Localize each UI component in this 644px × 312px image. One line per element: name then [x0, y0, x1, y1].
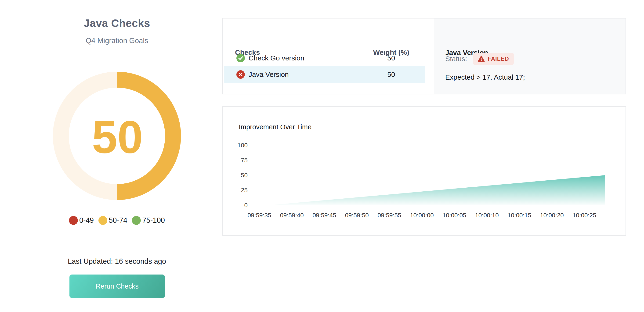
- legend-item-mid: 50-74: [98, 216, 127, 225]
- detail-message: Expected > 17. Actual 17;: [445, 73, 525, 81]
- x-tick: 10:00:00: [410, 212, 434, 219]
- last-updated-text: Last Updated: 16 seconds ago: [0, 257, 234, 266]
- green-dot-icon: [132, 216, 141, 225]
- table-row-java-version[interactable]: Java Version 50: [224, 66, 425, 83]
- legend-label: 75-100: [142, 216, 165, 225]
- check-detail-panel: Java Version Status: FAILED Expected > 1…: [434, 19, 626, 94]
- y-tick: 0: [244, 202, 248, 209]
- check-name: Java Version: [248, 71, 289, 78]
- check-weight: 50: [354, 54, 429, 62]
- table-row-check-go-version[interactable]: Check Go version 50: [224, 50, 425, 66]
- score-gauge: 50: [52, 70, 182, 201]
- checks-card: Checks Weight (%) Check Go version 50 Ja…: [222, 18, 626, 94]
- yellow-dot-icon: [98, 216, 107, 225]
- x-tick: 09:59:45: [312, 212, 336, 219]
- score-legend: 0-49 50-74 75-100: [0, 216, 234, 225]
- page-subtitle: Q4 Migration Goals: [0, 37, 234, 45]
- check-circle-icon: [236, 54, 245, 62]
- dashboard: Java Checks Q4 Migration Goals 50 0-49 5…: [0, 0, 644, 312]
- status-value: FAILED: [488, 56, 509, 62]
- y-tick: 25: [241, 187, 248, 194]
- y-tick: 75: [241, 157, 248, 164]
- improvement-area-chart: 100 75 50 25 0 09:59:35 09:59:40 09:59:4…: [223, 107, 626, 235]
- x-tick: 10:00:05: [442, 212, 466, 219]
- legend-label: 0-49: [79, 216, 94, 225]
- rerun-checks-button[interactable]: Rerun Checks: [70, 274, 165, 298]
- status-label: Status:: [445, 55, 467, 63]
- page-title: Java Checks: [0, 17, 234, 30]
- area-series: [272, 175, 605, 205]
- x-tick: 09:59:50: [345, 212, 368, 219]
- legend-label: 50-74: [109, 216, 127, 225]
- x-tick: 09:59:35: [248, 212, 271, 219]
- legend-item-low: 0-49: [69, 216, 94, 225]
- check-weight: 50: [354, 71, 429, 78]
- score-panel: Java Checks Q4 Migration Goals 50 0-49 5…: [0, 0, 222, 312]
- checks-table: Checks Weight (%) Check Go version 50 Ja…: [223, 19, 434, 94]
- gauge-value: 50: [92, 111, 143, 163]
- status-badge: FAILED: [473, 53, 514, 65]
- x-tick: 09:59:40: [280, 212, 304, 219]
- score-gauge-donut-icon: 50: [52, 70, 182, 201]
- warning-triangle-icon: [478, 55, 485, 62]
- y-tick: 50: [241, 172, 248, 179]
- improvement-chart-card: Improvement Over Time 100 75 50 25 0 09:…: [222, 106, 626, 236]
- x-tick: 10:00:15: [508, 212, 531, 219]
- x-tick: 10:00:10: [475, 212, 498, 219]
- status-line: Status: FAILED: [445, 53, 514, 65]
- x-tick: 10:00:25: [572, 212, 596, 219]
- x-tick: 09:59:55: [378, 212, 401, 219]
- y-tick: 100: [238, 142, 248, 149]
- red-dot-icon: [69, 216, 78, 225]
- x-circle-icon: [236, 70, 245, 79]
- check-name: Check Go version: [248, 54, 304, 62]
- x-tick: 10:00:20: [540, 212, 564, 219]
- legend-item-high: 75-100: [132, 216, 165, 225]
